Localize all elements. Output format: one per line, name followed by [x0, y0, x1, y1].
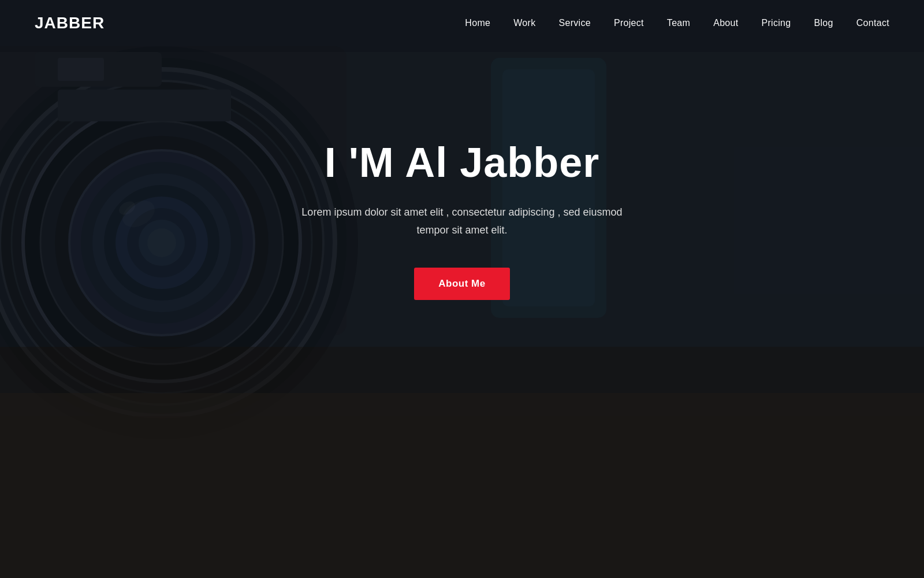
brand-logo[interactable]: JABBER — [35, 14, 105, 32]
about-me-button[interactable]: About Me — [414, 268, 509, 300]
nav-link-project[interactable]: Project — [614, 18, 644, 28]
nav-item-contact[interactable]: Contact — [856, 18, 889, 28]
nav-links: Home Work Service Project Team About Pri… — [465, 18, 889, 28]
nav-item-team[interactable]: Team — [667, 18, 690, 28]
nav-item-pricing[interactable]: Pricing — [762, 18, 791, 28]
nav-item-project[interactable]: Project — [614, 18, 644, 28]
nav-link-service[interactable]: Service — [559, 18, 591, 28]
hero-subtitle: Lorem ipsum dolor sit amet elit , consec… — [295, 203, 629, 239]
hero-content: I 'M Al Jabber Lorem ipsum dolor sit ame… — [0, 46, 924, 300]
nav-item-service[interactable]: Service — [559, 18, 591, 28]
nav-link-contact[interactable]: Contact — [856, 18, 889, 28]
nav-item-about[interactable]: About — [713, 18, 738, 28]
navbar: JABBER Home Work Service Project Team Ab… — [0, 0, 924, 46]
nav-link-pricing[interactable]: Pricing — [762, 18, 791, 28]
nav-link-work[interactable]: Work — [513, 18, 535, 28]
hero-title: I 'M Al Jabber — [325, 139, 600, 186]
svg-rect-28 — [0, 347, 924, 578]
nav-item-blog[interactable]: Blog — [814, 18, 833, 28]
nav-item-home[interactable]: Home — [465, 18, 490, 28]
nav-link-home[interactable]: Home — [465, 18, 490, 28]
nav-item-work[interactable]: Work — [513, 18, 535, 28]
nav-link-team[interactable]: Team — [667, 18, 690, 28]
nav-link-about[interactable]: About — [713, 18, 738, 28]
hero-section: JABBER Home Work Service Project Team Ab… — [0, 0, 924, 578]
nav-link-blog[interactable]: Blog — [814, 18, 833, 28]
